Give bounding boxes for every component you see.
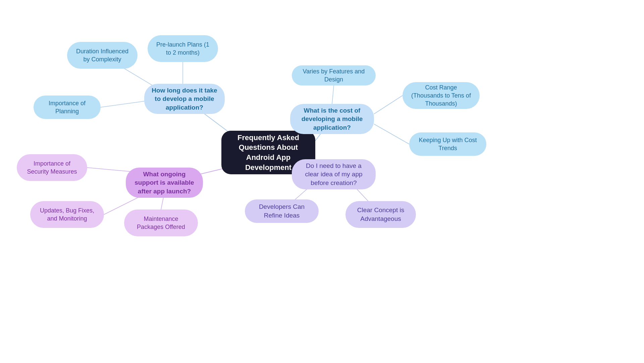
developers-node: Developers Can Refine Ideas bbox=[245, 199, 319, 223]
varies-node: Varies by Features and Design bbox=[292, 65, 376, 85]
security-node: Importance of Security Measures bbox=[17, 154, 87, 181]
svg-line-5 bbox=[332, 85, 334, 104]
svg-line-6 bbox=[374, 96, 402, 114]
clear-concept-node: Clear Concept is Advantageous bbox=[345, 201, 416, 228]
updates-node: Updates, Bug Fixes, and Monitoring bbox=[30, 201, 104, 228]
ongoing-node: What ongoing support is available after … bbox=[126, 168, 203, 198]
duration-node: Duration Influenced by Complexity bbox=[67, 42, 138, 69]
maintenance-node: Maintenance Packages Offered bbox=[124, 209, 198, 236]
clear-idea-node: Do I need to have a clear idea of my app… bbox=[292, 159, 376, 189]
cost-node: What is the cost of developing a mobile … bbox=[290, 104, 374, 134]
how-long-node: How long does it take to develop a mobil… bbox=[144, 84, 225, 114]
svg-line-7 bbox=[374, 124, 409, 144]
planning-node: Importance of Planning bbox=[34, 96, 101, 119]
prelaunch-node: Pre-launch Plans (1 to 2 months) bbox=[148, 35, 218, 62]
keeping-up-node: Keeping Up with Cost Trends bbox=[409, 132, 486, 156]
cost-range-node: Cost Range (Thousands to Tens of Thousan… bbox=[402, 82, 480, 109]
